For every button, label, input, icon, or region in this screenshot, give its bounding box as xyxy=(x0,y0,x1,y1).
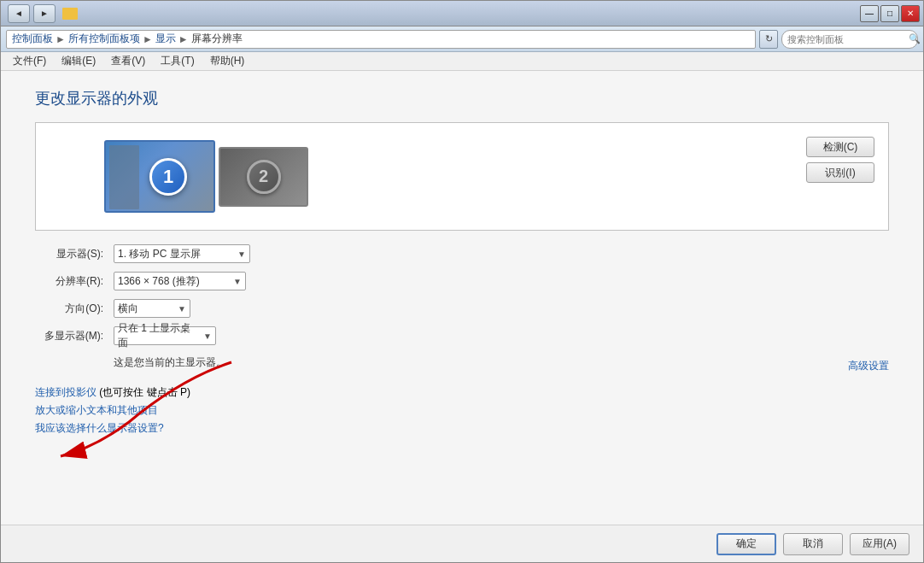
menu-edit[interactable]: 编辑(E) xyxy=(55,52,102,70)
menu-tools[interactable]: 工具(T) xyxy=(154,52,201,70)
display-select[interactable]: 1. 移动 PC 显示屏 ▼ xyxy=(114,244,250,263)
orientation-select[interactable]: 横向 ▼ xyxy=(114,299,190,318)
orientation-label: 方向(O): xyxy=(35,302,103,316)
resolution-arrow: ▼ xyxy=(233,277,242,286)
display-row: 显示器(S): 1. 移动 PC 显示屏 ▼ xyxy=(35,244,889,263)
search-input[interactable] xyxy=(787,34,905,44)
address-path[interactable]: 控制面板 ► 所有控制面板项 ► 显示 ► 屏幕分辨率 xyxy=(6,30,756,49)
panel-buttons: 检测(C) 识别(I) xyxy=(806,137,874,183)
title-bar: ◄ ► — □ ✕ xyxy=(1,1,923,26)
resolution-select[interactable]: 1366 × 768 (推荐) ▼ xyxy=(114,272,246,290)
advanced-settings-link[interactable]: 高级设置 xyxy=(848,359,889,373)
display-arrow: ▼ xyxy=(237,249,246,259)
breadcrumb-allpanels[interactable]: 所有控制面板项 xyxy=(68,32,140,46)
orientation-value: 横向 xyxy=(118,302,138,316)
form-section: 显示器(S): 1. 移动 PC 显示屏 ▼ 分辨率(R): 1366 × 76… xyxy=(35,244,889,436)
minimize-button[interactable]: — xyxy=(860,5,879,22)
monitor-2-badge: 2 xyxy=(247,160,281,194)
menu-help[interactable]: 帮助(H) xyxy=(203,52,252,70)
breadcrumb-sep-3: ► xyxy=(178,33,189,45)
breadcrumb-controlpanel[interactable]: 控制面板 xyxy=(12,32,53,46)
resolution-value: 1366 × 768 (推荐) xyxy=(118,274,200,289)
title-bar-left: ◄ ► xyxy=(8,4,78,23)
help-link-row: 我应该选择什么显示器设置? xyxy=(35,421,889,436)
zoom-link-row: 放大或缩小文本和其他项目 xyxy=(35,403,889,418)
menu-bar: 文件(F) 编辑(E) 查看(V) 工具(T) 帮助(H) xyxy=(1,52,923,71)
close-button[interactable]: ✕ xyxy=(901,5,920,22)
monitor-1-badge: 1 xyxy=(149,158,187,196)
refresh-button[interactable]: ↻ xyxy=(759,30,778,49)
help-link[interactable]: 我应该选择什么显示器设置? xyxy=(35,422,164,434)
multi-value: 只在 1 上显示桌面 xyxy=(118,321,196,350)
multi-display-row: 多显示器(M): 只在 1 上显示桌面 ▼ xyxy=(35,326,889,345)
breadcrumb-sep-1: ► xyxy=(56,33,66,45)
search-box: 🔍 xyxy=(781,30,918,49)
monitors-panel: 1 2 检测(C) 识别(I) xyxy=(35,122,889,231)
status-row: 这是您当前的主显示器。 高级设置 xyxy=(35,354,889,378)
window-controls: — □ ✕ xyxy=(860,5,920,22)
ok-button[interactable]: 确定 xyxy=(716,533,776,555)
monitors-display: 1 2 xyxy=(104,140,308,213)
display-label: 显示器(S): xyxy=(35,247,103,261)
identify-button[interactable]: 识别(I) xyxy=(806,162,874,183)
address-bar: 控制面板 ► 所有控制面板项 ► 显示 ► 屏幕分辨率 ↻ 🔍 xyxy=(1,26,923,52)
multi-label: 多显示器(M): xyxy=(35,329,103,343)
monitor-2[interactable]: 2 xyxy=(219,147,308,207)
status-text: 这是您当前的主显示器。 xyxy=(35,355,226,370)
folder-icon xyxy=(62,8,78,20)
projector-suffix: (也可按住 键点击 P) xyxy=(99,386,190,398)
maximize-button[interactable]: □ xyxy=(880,5,899,22)
resolution-label: 分辨率(R): xyxy=(35,274,103,289)
menu-view[interactable]: 查看(V) xyxy=(104,52,152,70)
breadcrumb-display[interactable]: 显示 xyxy=(155,32,176,46)
multi-arrow: ▼ xyxy=(203,331,212,341)
back-button[interactable]: ◄ xyxy=(8,4,30,23)
breadcrumb-sep-2: ► xyxy=(143,33,153,45)
button-bar: 确定 取消 应用(A) xyxy=(1,525,923,562)
orientation-arrow: ▼ xyxy=(178,304,186,314)
projector-link-row: 连接到投影仪 (也可按住 键点击 P) xyxy=(35,385,889,400)
resolution-row: 分辨率(R): 1366 × 768 (推荐) ▼ xyxy=(35,272,889,290)
search-icon[interactable]: 🔍 xyxy=(909,33,921,44)
page-title: 更改显示器的外观 xyxy=(35,88,889,108)
multi-select[interactable]: 只在 1 上显示桌面 ▼ xyxy=(114,326,216,345)
detect-button[interactable]: 检测(C) xyxy=(806,137,874,157)
breadcrumb-current: 屏幕分辨率 xyxy=(191,32,243,46)
apply-button[interactable]: 应用(A) xyxy=(850,533,909,555)
forward-button[interactable]: ► xyxy=(33,4,56,23)
menu-file[interactable]: 文件(F) xyxy=(6,52,53,70)
zoom-link[interactable]: 放大或缩小文本和其他项目 xyxy=(35,404,158,416)
display-value: 1. 移动 PC 显示屏 xyxy=(118,247,201,261)
projector-link[interactable]: 连接到投影仪 xyxy=(35,386,96,398)
orientation-row: 方向(O): 横向 ▼ xyxy=(35,299,889,318)
main-window: ◄ ► — □ ✕ 控制面板 ► 所有控制面板项 ► 显示 ► 屏幕分辨率 ↻ … xyxy=(0,0,924,563)
monitor-1[interactable]: 1 xyxy=(104,140,215,213)
main-content: 更改显示器的外观 1 2 检测(C) 识别(I) 显示器(S): xyxy=(1,71,923,525)
cancel-button[interactable]: 取消 xyxy=(783,533,843,555)
